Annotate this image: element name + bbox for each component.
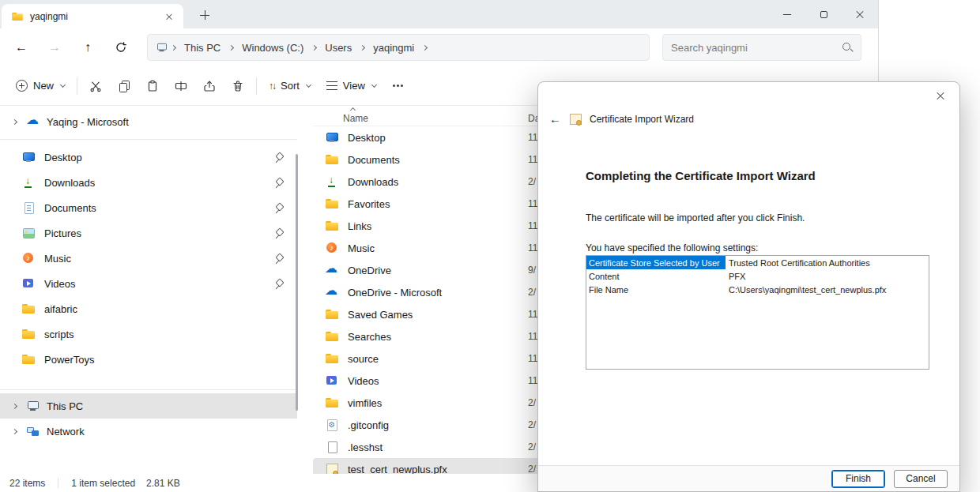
file-name: source: [348, 353, 379, 365]
new-button[interactable]: New: [8, 72, 73, 100]
file-date: 2/: [528, 464, 536, 474]
sidebar-tree-item[interactable]: Network: [0, 419, 297, 444]
file-date: 2/: [528, 397, 536, 408]
up-button[interactable]: [74, 34, 101, 61]
sidebar-item[interactable]: Videos: [0, 271, 297, 296]
setting-key: Content: [586, 269, 726, 283]
file-name: Videos: [348, 375, 379, 387]
dialog-header: Certificate Import Wizard: [549, 112, 694, 126]
divider: [77, 77, 77, 95]
column-header-name[interactable]: Name: [343, 113, 368, 124]
settings-list[interactable]: Certificate Store Selected by User Trust…: [586, 255, 929, 370]
tree-item-label: This PC: [47, 400, 83, 412]
file-name: .gitconfig: [348, 419, 389, 431]
tree-item-label: Network: [47, 426, 85, 438]
rename-button[interactable]: [167, 72, 195, 100]
breadcrumb-item[interactable]: Users: [319, 39, 357, 56]
sidebar-tree-item[interactable]: This PC: [0, 393, 297, 419]
dialog-close-button[interactable]: [923, 84, 958, 107]
new-tab-button[interactable]: [194, 6, 215, 24]
cut-button[interactable]: [81, 72, 110, 100]
share-icon: [203, 80, 216, 92]
file-icon: [326, 374, 338, 387]
sidebar-item[interactable]: Documents: [0, 195, 297, 220]
more-button[interactable]: [384, 72, 413, 100]
sidebar-item[interactable]: Desktop: [0, 145, 297, 170]
breadcrumb-item[interactable]: yaqingmi: [368, 39, 420, 56]
screen: yaqingmi: [0, 0, 980, 492]
search-box: [662, 34, 861, 61]
window-close-button[interactable]: [842, 0, 878, 28]
setting-row[interactable]: Content PFX: [586, 269, 929, 283]
file-date: 11: [528, 353, 537, 364]
file-icon: [326, 197, 338, 210]
setting-row[interactable]: File Name C:\Users\yaqingmi\test_cert_ne…: [586, 283, 929, 296]
chevron-down-icon: [306, 81, 311, 87]
divider: [0, 389, 297, 390]
view-button[interactable]: View: [318, 72, 384, 100]
rename-icon: [175, 80, 187, 92]
file-name: OneDrive - Microsoft: [348, 287, 442, 299]
file-name: Searches: [348, 331, 391, 343]
sidebar-item-label: Documents: [44, 202, 96, 214]
sort-icon: [269, 80, 275, 92]
copy-button[interactable]: [110, 72, 138, 100]
cancel-button[interactable]: Cancel: [894, 470, 948, 488]
finish-button[interactable]: Finish: [831, 470, 885, 488]
address-bar[interactable]: This PC Windows (C:) Users: [147, 34, 650, 61]
file-name: test_cert_newplus.pfx: [348, 464, 447, 475]
file-date: 11: [528, 132, 537, 143]
breadcrumb-item[interactable]: Windows (C:): [236, 39, 309, 56]
sidebar-item-label: Videos: [44, 278, 76, 290]
file-name: .lesshst: [348, 441, 383, 453]
maximize-button[interactable]: [805, 0, 842, 28]
file-icon: [326, 242, 338, 254]
file-icon: [326, 441, 338, 453]
setting-key: File Name: [586, 283, 726, 296]
share-button[interactable]: [195, 72, 224, 100]
file-icon: [326, 330, 338, 343]
selection-count: 1 item selected: [71, 478, 135, 489]
dialog-back-button[interactable]: [549, 112, 561, 126]
sidebar-item[interactable]: Downloads: [0, 170, 297, 195]
onedrive-label: Yaqing - Microsoft: [47, 116, 129, 128]
sidebar-item[interactable]: aifabric: [0, 296, 297, 321]
forward-button[interactable]: [41, 34, 68, 61]
sidebar-item-onedrive[interactable]: Yaqing - Microsoft: [0, 109, 297, 134]
explorer-tab[interactable]: yaqingmi: [2, 4, 183, 28]
dialog-title: Certificate Import Wizard: [590, 114, 694, 125]
sidebar-item[interactable]: scripts: [0, 321, 297, 347]
new-plus-icon: [16, 80, 28, 92]
wizard-heading: Completing the Certificate Import Wizard: [586, 169, 816, 182]
chevron-right-icon[interactable]: [12, 118, 17, 124]
breadcrumb-item[interactable]: This PC: [179, 39, 226, 56]
sidebar: Yaqing - Microsoft Desktop Downloads: [0, 106, 297, 474]
file-date: 2/: [528, 287, 536, 298]
chevron-right-icon[interactable]: [12, 403, 17, 408]
file-icon: [326, 419, 338, 431]
chevron-right-icon[interactable]: [12, 428, 17, 434]
pin-icon: [274, 178, 285, 188]
sidebar-item[interactable]: PowerToys: [0, 347, 297, 372]
sidebar-item-icon: [22, 201, 35, 214]
sidebar-scrollbar[interactable]: [296, 154, 298, 411]
divider: [58, 478, 58, 488]
paste-button[interactable]: [138, 72, 167, 100]
sidebar-item[interactable]: Pictures: [0, 220, 297, 246]
search-input[interactable]: [671, 42, 842, 54]
file-name: OneDrive: [348, 265, 391, 276]
sidebar-item[interactable]: Music: [0, 246, 297, 271]
sort-button[interactable]: Sort: [261, 72, 318, 100]
pin-icon: [274, 254, 285, 264]
sidebar-item-icon: [22, 302, 35, 315]
items-count: 22 items: [9, 478, 45, 489]
refresh-button[interactable]: [107, 34, 134, 61]
file-date: 2/: [528, 441, 536, 453]
back-button[interactable]: [8, 34, 35, 61]
minimize-button[interactable]: [769, 0, 805, 28]
delete-button[interactable]: [224, 72, 252, 100]
tab-close-icon[interactable]: [161, 9, 177, 24]
setting-row[interactable]: Certificate Store Selected by User Trust…: [586, 256, 929, 269]
tree-item-icon: [27, 425, 40, 438]
setting-value: C:\Users\yaqingmi\test_cert_newplus.pfx: [726, 285, 886, 295]
